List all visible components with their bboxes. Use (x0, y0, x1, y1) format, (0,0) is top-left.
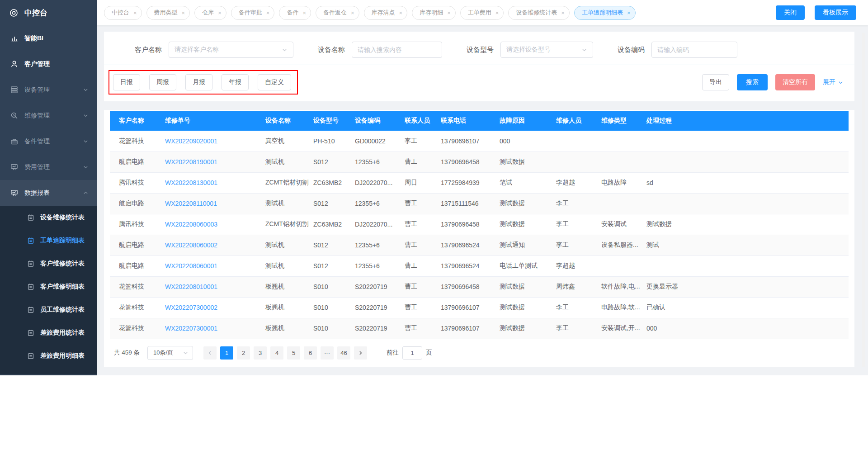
tab-device-repair-stats[interactable]: 设备维修统计表 × (508, 6, 570, 20)
close-icon[interactable]: × (627, 10, 631, 16)
order-link[interactable]: WX202208060002 (165, 241, 217, 249)
user-icon (10, 60, 19, 68)
order-link[interactable]: WX202208060001 (165, 262, 217, 270)
close-icon[interactable]: × (266, 10, 270, 16)
close-icon[interactable]: × (351, 10, 354, 16)
column-header: 维修单号 (160, 111, 261, 131)
page-button-4[interactable]: 4 (270, 346, 283, 360)
table-cell: S20220719 (350, 318, 400, 339)
tab-inventory-detail[interactable]: 库存明细 × (412, 6, 456, 20)
next-page-button[interactable] (354, 346, 367, 360)
tab-work-order-expense[interactable]: 工单费用 × (460, 6, 504, 20)
search-button[interactable]: 搜索 (737, 74, 768, 90)
tab-expense-type[interactable]: 费用类型 × (146, 6, 190, 20)
table-cell: S010 (309, 276, 350, 297)
goto-page-input[interactable] (402, 346, 422, 360)
page-button-1[interactable]: 1 (220, 346, 233, 360)
page-button-46[interactable]: 46 (337, 346, 350, 360)
tab-work-order-tracking[interactable]: 工单追踪明细表 × (574, 6, 636, 20)
period-yearly-button[interactable]: 年报 (222, 74, 249, 90)
page-size-select[interactable]: 10条/页 (147, 346, 193, 360)
expand-toggle[interactable]: 展开 (823, 78, 844, 86)
sidebar-subitem-device-repair-stats[interactable]: 设备维修统计表 (0, 206, 97, 229)
period-monthly-button[interactable]: 月报 (185, 74, 212, 90)
scrollbar[interactable] (862, 33, 865, 367)
order-link[interactable]: WX202208130001 (165, 179, 217, 186)
table-cell: 更换显示器 (642, 276, 849, 297)
sidebar-item-maintenance[interactable]: 维修管理 (0, 103, 97, 128)
period-weekly-button[interactable]: 周报 (149, 74, 176, 90)
sidebar-subitem-employee-repair-stats[interactable]: 员工维修统计表 (0, 298, 97, 321)
notebook-icon (26, 283, 35, 290)
table-cell: 测试数据 (495, 318, 552, 339)
close-icon[interactable]: × (218, 10, 222, 16)
filter-label: 客户名称 (135, 46, 162, 54)
order-link[interactable]: WX202207300001 (165, 325, 217, 332)
sidebar-item-spare-parts[interactable]: 备件管理 (0, 128, 97, 154)
export-button[interactable]: 导出 (702, 74, 729, 90)
table-cell: sd (642, 172, 849, 193)
close-icon[interactable]: × (133, 10, 137, 16)
page-button-2[interactable]: 2 (237, 346, 250, 360)
period-custom-button[interactable]: 自定义 (258, 74, 291, 90)
close-icon[interactable]: × (561, 10, 565, 16)
page-button-3[interactable]: 3 (254, 346, 267, 360)
sidebar-subitem-label: 工单追踪明细表 (40, 237, 85, 245)
customer-name-select[interactable]: 请选择客户名称 (169, 42, 293, 58)
close-icon[interactable]: × (399, 10, 403, 16)
order-link[interactable]: WX202208190001 (165, 158, 217, 166)
order-link[interactable]: WX202209020001 (165, 137, 217, 145)
goto-label: 前往 (387, 349, 399, 357)
device-code-input[interactable] (657, 46, 731, 53)
sidebar-item-expenses[interactable]: 费用管理 (0, 154, 97, 180)
sidebar-subitem-customer-repair-stats[interactable]: 客户维修统计表 (0, 252, 97, 275)
filter-field-customer-name: 客户名称 请选择客户名称 (135, 42, 293, 58)
page-button-6[interactable]: 6 (304, 346, 317, 360)
close-icon[interactable]: × (182, 10, 185, 16)
tab-spare-approval[interactable]: 备件审批 × (231, 6, 275, 20)
sidebar-item-reports[interactable]: 数据报表 (0, 180, 97, 206)
sidebar-item-customers[interactable]: 客户管理 (0, 51, 97, 77)
target-icon (9, 9, 18, 17)
order-link[interactable]: WX202208110001 (165, 200, 217, 207)
page-ellipsis-button[interactable]: ··· (321, 346, 334, 360)
tab-console[interactable]: 中控台 × (104, 6, 142, 20)
close-button[interactable]: 关闭 (776, 5, 805, 20)
table-cell (642, 193, 849, 214)
sidebar-item-bi[interactable]: 智能BI (0, 25, 97, 51)
device-model-select[interactable]: 请选择设备型号 (500, 42, 593, 58)
cell-repair-order-no: WX202208060001 (160, 256, 261, 276)
tab-label: 费用类型 (154, 9, 178, 17)
sidebar-subitem-customer-repair-detail[interactable]: 客户维修明细表 (0, 275, 97, 298)
tab-inventory-check[interactable]: 库存清点 × (364, 6, 408, 20)
cell-repair-order-no: WX202208130001 (160, 172, 261, 193)
table-cell: 板翘机 (261, 276, 309, 297)
table-cell (642, 151, 849, 172)
close-icon[interactable]: × (302, 10, 306, 16)
order-link[interactable]: WX202208010001 (165, 283, 217, 290)
close-icon[interactable]: × (447, 10, 451, 16)
tab-warehouse[interactable]: 仓库 × (194, 6, 226, 20)
column-header: 客户名称 (110, 111, 160, 131)
table-cell: 测试数据 (495, 297, 552, 318)
period-daily-button[interactable]: 日报 (113, 74, 140, 90)
order-link[interactable]: WX202208060003 (165, 221, 217, 228)
table-row: 腾讯科技WX202208060003ZCMT铝材切割...ZC63MB2DJ20… (110, 214, 849, 235)
clear-all-button[interactable]: 清空所有 (775, 74, 815, 90)
board-display-button[interactable]: 看板展示 (815, 5, 856, 20)
tab-spare-return[interactable]: 备件返仓 × (316, 6, 359, 20)
device-name-input[interactable] (358, 46, 436, 53)
sidebar-subitem-travel-expense-detail[interactable]: 差旅费用明细表 (0, 344, 97, 367)
sidebar-item-devices[interactable]: 设备管理 (0, 77, 97, 103)
sidebar-subitem-work-order-tracking[interactable]: 工单追踪明细表 (0, 229, 97, 252)
table-cell: 周日 (400, 172, 436, 193)
sidebar-subitem-travel-expense-stats[interactable]: 差旅费用统计表 (0, 321, 97, 344)
table-row: 航启电路WX202208060002测试机S01212355+6曹工137906… (110, 235, 849, 256)
order-link[interactable]: WX202207300002 (165, 304, 217, 311)
table-cell: S012 (309, 151, 350, 172)
tab-spare[interactable]: 备件 × (279, 6, 311, 20)
select-placeholder: 请选择客户名称 (175, 46, 219, 54)
prev-page-button[interactable] (203, 346, 217, 360)
close-icon[interactable]: × (495, 10, 499, 16)
page-button-5[interactable]: 5 (287, 346, 300, 360)
